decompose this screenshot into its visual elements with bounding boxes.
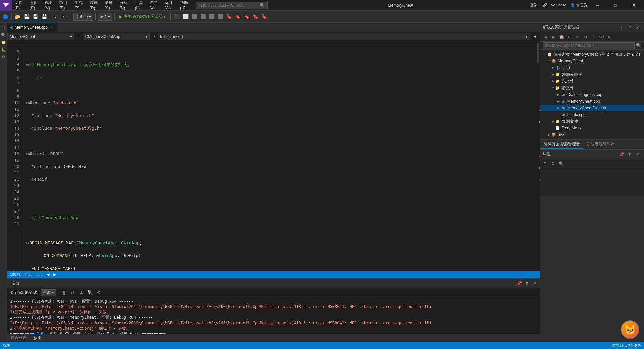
error-count[interactable]: ✕ 23 xyxy=(24,272,32,277)
maximize-button[interactable]: □ xyxy=(608,0,623,11)
login-button[interactable]: 登录 xyxy=(530,3,537,8)
toolbar-bkm3[interactable]: 🔖 xyxy=(243,13,251,21)
tree-sources[interactable]: ▾ 📁 源文件 xyxy=(540,84,644,91)
toolbar-save-all[interactable]: 💾 xyxy=(22,13,31,21)
toolbar-new[interactable]: 🔵 xyxy=(1,13,9,21)
toolbar-nav-fwd[interactable]: ⬜ xyxy=(216,13,224,21)
tab-team-explorer[interactable]: 团队资源管理器 xyxy=(583,139,618,149)
manage-button[interactable]: 👤 管理员 xyxy=(570,3,587,8)
output-content[interactable]: 1>------ 已启动生成: 项目: pvz, 配置: Debug x64 -… xyxy=(7,297,540,334)
nav-method-dropdown[interactable]: CMemoryCheatApp ▾ xyxy=(83,33,150,40)
platform-dropdown[interactable]: x64 ▾ xyxy=(98,13,112,21)
nav-class-dropdown[interactable]: MemoryCheat ▾ xyxy=(7,33,74,40)
toolbar-save2[interactable]: 💾 xyxy=(40,13,48,21)
nav-expand-button[interactable]: + xyxy=(531,34,540,39)
toolbar-undo[interactable]: ↩ xyxy=(52,13,60,21)
menu-test[interactable]: 测试(S) xyxy=(102,0,117,11)
fold-icon-3[interactable]: ⊟ xyxy=(26,151,29,157)
toolbar-bookmark[interactable]: 🔖 xyxy=(225,13,233,21)
menu-extensions[interactable]: 扩展(X) xyxy=(147,0,162,11)
config-dropdown[interactable]: Debug ▾ xyxy=(73,13,93,21)
toolbar-step-out[interactable]: ⬜ xyxy=(199,13,207,21)
sidebar-source-control[interactable]: ⇅ xyxy=(0,24,7,31)
title-search-box[interactable]: 🔍 xyxy=(196,2,268,9)
output-source-dropdown[interactable]: 生成 ▾ xyxy=(41,289,56,296)
menu-help[interactable]: 帮助(H) xyxy=(177,0,193,11)
editor-tab-memorycheat[interactable]: ⊕ MemoryCheat.cpp ✕ xyxy=(7,23,57,32)
toolbar-bkm5[interactable]: 🔖 xyxy=(260,13,268,21)
code-scrollbar[interactable] xyxy=(535,41,540,271)
menu-build[interactable]: 生成(B) xyxy=(72,0,87,11)
toolbar-step-in[interactable]: ⬜ xyxy=(190,13,198,21)
output-settings-button[interactable]: ⚙ xyxy=(95,289,103,296)
close-button[interactable]: ✕ xyxy=(626,0,641,11)
prop-float-btn[interactable]: ⬆ xyxy=(626,151,633,158)
prop-close-btn[interactable]: ✕ xyxy=(634,151,641,158)
se-close-btn[interactable]: ✕ xyxy=(634,24,641,31)
warning-count[interactable]: ⚠ 0 xyxy=(36,272,42,277)
tree-dialog-progress[interactable]: ▶ ⊕ DialogProgress.cpp xyxy=(540,91,644,98)
sidebar-explorer[interactable]: 📁 xyxy=(0,39,7,46)
title-search-input[interactable] xyxy=(199,3,259,7)
prop-settings-btn[interactable]: ⚙ xyxy=(549,160,557,167)
se-collapse-btn[interactable]: ▾ xyxy=(618,24,625,31)
se-tree[interactable]: ▾ 📋 解决方案 "MemoryCheat" (第 2 个项目，共 2 个) ▾… xyxy=(540,50,644,139)
tree-memorycheat-cpp[interactable]: ▶ ⊕ MemoryCheat.cpp xyxy=(540,98,644,105)
zoom-level[interactable]: 100 % xyxy=(10,272,20,276)
tree-memorycheatdlg-cpp[interactable]: ▶ ⊕ MemoryCheatDlg.cpp xyxy=(540,105,644,111)
menu-tools[interactable]: 工具(L) xyxy=(132,0,147,11)
prop-search-btn[interactable]: 🔍 xyxy=(557,160,565,167)
menu-file[interactable]: 文件(F) xyxy=(12,0,27,11)
scrollbar-thumb[interactable] xyxy=(537,43,539,63)
nav-func-dropdown[interactable]: InitInstance() ▾ xyxy=(158,33,530,40)
menu-analyze[interactable]: 分析(N) xyxy=(117,0,132,11)
toolbar-bkm4[interactable]: 🔖 xyxy=(251,13,259,21)
tab-error-list[interactable]: 错误列表 xyxy=(7,334,30,342)
fold-icon-4[interactable]: ⊟ xyxy=(26,240,29,246)
tab-solution-explorer[interactable]: 解决方案资源管理器 xyxy=(540,139,583,149)
code-content[interactable]: ⊟// MemoryCheat.cpp : 定义应用程序的类行为。 // ⊟#i… xyxy=(22,41,535,271)
add-to-repo[interactable]: ↑ 添加到代码存储库 xyxy=(609,343,641,348)
menu-project[interactable]: 项目(P) xyxy=(57,0,72,11)
tree-readme[interactable]: 📄 ReadMe.txt xyxy=(540,125,644,131)
menu-debug[interactable]: 调试(D) xyxy=(87,0,102,11)
minimize-button[interactable]: ─ xyxy=(590,0,605,11)
se-refresh-btn2[interactable]: ↺ xyxy=(582,33,589,41)
tab-output[interactable]: 输出 xyxy=(30,334,45,342)
toolbar-step-over[interactable]: ⬜ xyxy=(181,13,190,21)
toolbar-breakpt[interactable]: ⬛ xyxy=(173,13,181,21)
panel-float-button[interactable]: ⬆ xyxy=(523,280,531,287)
se-active-btn[interactable]: ⊞ xyxy=(606,33,613,41)
toolbar-bkm2[interactable]: 🔖 xyxy=(234,13,242,21)
tree-headers[interactable]: ▶ 📁 头文件 xyxy=(540,78,644,84)
tree-project[interactable]: ▾ 📦 MemoryCheat xyxy=(540,58,644,64)
panel-close-button[interactable]: ✕ xyxy=(531,280,539,287)
live-share-button[interactable]: 🔗 Live Share xyxy=(543,3,566,7)
se-home-btn[interactable]: 🏠 xyxy=(558,33,565,41)
se-code-btn[interactable]: </> xyxy=(598,33,605,41)
menu-view[interactable]: 视图(V) xyxy=(42,0,57,11)
tab-close-button[interactable]: ✕ xyxy=(49,25,54,30)
toolbar-redo[interactable]: ↪ xyxy=(61,13,69,21)
menu-window[interactable]: 窗口(W) xyxy=(162,0,177,11)
nav-forward[interactable]: ▶ xyxy=(53,272,56,277)
se-show-all-btn[interactable]: ≡ xyxy=(590,33,597,41)
run-button[interactable]: ▶ 本地 Windows 调试器 ▾ xyxy=(117,13,168,21)
se-nav-back[interactable]: ◀ xyxy=(542,33,549,41)
tree-solution[interactable]: ▾ 📋 解决方案 "MemoryCheat" (第 2 个项目，共 2 个) xyxy=(540,51,644,58)
output-filter-button[interactable]: 🔍 xyxy=(87,289,94,296)
output-clear-button[interactable]: 🗑 xyxy=(60,289,68,296)
se-filter-btn[interactable]: ⊟ xyxy=(566,33,573,41)
menu-edit[interactable]: 编辑(E) xyxy=(27,0,42,11)
output-wrap-button[interactable]: ↵ xyxy=(69,289,76,296)
tree-ext-deps[interactable]: ▶ 📁 外部依赖项 xyxy=(540,71,644,78)
prop-grid-btn[interactable]: ⊞ xyxy=(541,160,549,167)
tree-references[interactable]: ▶ ⚓ 引用 xyxy=(540,64,644,71)
nav-backward[interactable]: ◀ xyxy=(47,272,49,277)
se-refresh-btn[interactable]: ↻ xyxy=(626,24,633,31)
tree-stdafx-cpp[interactable]: ⊕ stdafx.cpp xyxy=(540,111,644,118)
tree-resources[interactable]: ▶ 📁 资源文件 xyxy=(540,118,644,125)
fold-icon[interactable]: ⊟ xyxy=(26,61,29,68)
toolbar-nav-bk[interactable]: ⬜ xyxy=(208,13,216,21)
sidebar-search[interactable]: 🔍 xyxy=(0,32,7,38)
